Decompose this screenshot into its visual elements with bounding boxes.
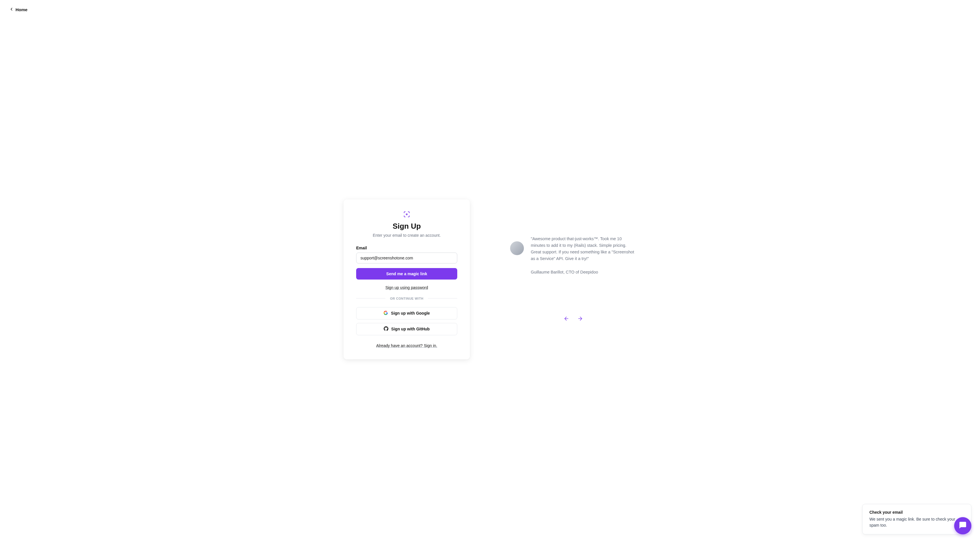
svg-point-0 <box>406 214 407 215</box>
divider-text: OR CONTINUE WITH <box>390 297 423 300</box>
github-icon <box>384 326 388 332</box>
card-header: Sign Up Enter your email to create an ac… <box>356 211 457 237</box>
home-back-link[interactable]: Home <box>9 7 27 12</box>
email-label: Email <box>356 246 457 250</box>
google-signup-button[interactable]: Sign up with Google <box>356 307 457 320</box>
home-label: Home <box>16 7 27 12</box>
carousel-next-button[interactable] <box>578 316 583 323</box>
send-magic-link-button[interactable]: Send me a magic link <box>356 268 457 280</box>
signin-link[interactable]: Already have an account? Sign in. <box>356 343 457 348</box>
signup-subtitle: Enter your email to create an account. <box>356 233 457 237</box>
chat-icon <box>959 521 967 530</box>
main-container: Sign Up Enter your email to create an ac… <box>0 19 980 539</box>
testimonial-author: Guillaume Barillot, CTO of Deepidoo <box>531 269 636 275</box>
google-icon <box>383 311 388 316</box>
email-input[interactable] <box>356 253 457 263</box>
testimonial-section: "Awesome product that-just-works™. Took … <box>510 236 636 323</box>
signup-title: Sign Up <box>356 222 457 231</box>
google-button-label: Sign up with Google <box>391 311 430 315</box>
testimonial-content: "Awesome product that-just-works™. Took … <box>510 236 636 276</box>
header: Home <box>0 0 980 19</box>
toast-message: We sent you a magic link. Be sure to che… <box>869 516 964 528</box>
testimonial-avatar <box>510 241 524 255</box>
divider: OR CONTINUE WITH <box>356 297 457 300</box>
testimonial-quote: "Awesome product that-just-works™. Took … <box>531 236 636 262</box>
signup-password-link[interactable]: Sign up using password <box>356 285 457 290</box>
toast-title: Check your email <box>869 510 964 514</box>
carousel-prev-button[interactable] <box>563 316 569 323</box>
chat-widget-button[interactable] <box>954 517 971 534</box>
carousel-nav <box>510 316 636 323</box>
focus-logo-icon <box>403 211 410 218</box>
email-form-group: Email <box>356 246 457 263</box>
github-signup-button[interactable]: Sign up with GitHub <box>356 323 457 335</box>
testimonial-text: "Awesome product that-just-works™. Took … <box>531 236 636 276</box>
github-button-label: Sign up with GitHub <box>391 326 430 331</box>
chevron-left-icon <box>9 7 14 12</box>
signup-card: Sign Up Enter your email to create an ac… <box>344 199 470 360</box>
